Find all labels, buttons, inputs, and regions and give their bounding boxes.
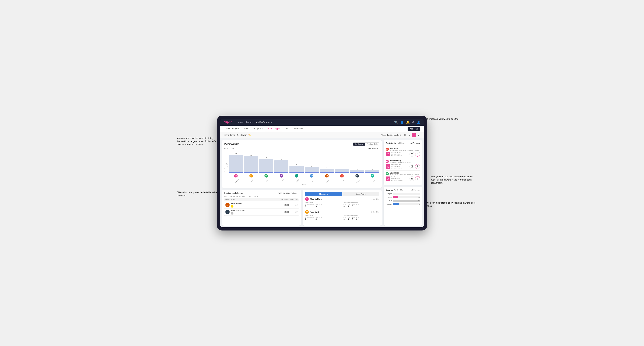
shot-1-chevron[interactable]: ›	[419, 151, 420, 153]
page-wrapper: Choose the timescale you wish to see the…	[217, 116, 427, 230]
annotation-right-middle: Here you can see who's hit the best shot…	[430, 175, 476, 185]
player-avatar-1: RBR. Britt	[244, 174, 258, 180]
score-richard: 19/20	[280, 204, 289, 206]
add-team-button[interactable]: Add Team	[408, 127, 420, 131]
player-name-richard: Richard Butler	[231, 202, 280, 204]
logo: clippd	[224, 121, 232, 124]
bell-icon[interactable]: 🔔	[406, 121, 410, 124]
scoring-bars: Eagles 3 Birdies 96	[386, 193, 420, 205]
grid-view-btn[interactable]: ⊞	[403, 133, 407, 137]
edit-icon[interactable]: ✏️	[248, 134, 251, 136]
all-shots-tab[interactable]: All Shots ▾	[398, 142, 406, 144]
player-2-stats: Total Rounds Tournament 8 Practice	[305, 215, 380, 220]
sub-nav-pgat[interactable]: PGAT Players	[224, 126, 242, 132]
player-avatar-2: DFD. Ford	[259, 174, 273, 180]
birdies-fill	[393, 196, 398, 198]
best-shots-header: Best Shots All Shots ▾ All Players ▾	[386, 142, 420, 144]
list-view-btn[interactable]: ≡	[408, 133, 411, 137]
profile-icon[interactable]: 👤	[417, 121, 420, 124]
shot-3-metrics: 16 yds 0 yds	[410, 176, 420, 181]
avatar-rees: RB	[305, 210, 309, 214]
active-player-1-header: BM Blair McHarg 26 Aug 2023	[305, 197, 380, 201]
active-player-1: BM Blair McHarg 26 Aug 2023 Total Rounds	[305, 197, 380, 209]
sub-nav-team-clippd[interactable]: Team Clippd	[266, 126, 282, 132]
rank-badge-2: 2	[231, 212, 234, 215]
main-content: Player Activity On Course Practice Drill…	[220, 138, 424, 227]
shot-2-chevron[interactable]: ›	[419, 163, 420, 166]
shot-3-avatar: DF	[386, 172, 389, 175]
on-course-btn[interactable]: On Course	[353, 143, 365, 146]
left-panel: Player Activity On Course Practice Drill…	[222, 140, 382, 226]
shot-1-details: 200 SG Shot Dist: 67 yds Start Lie: Roug…	[386, 152, 420, 157]
total-rounds-select[interactable]: Total Rounds ▾	[368, 148, 380, 149]
player-activity-title: Player Activity	[224, 143, 239, 145]
eagles-label: Eagles	[386, 193, 392, 195]
shot-entry-2: BM Blair McHarg 23 Jul 2023 · Ashridge G…	[386, 158, 420, 171]
shot-1-player-name: Matt Miller	[390, 148, 419, 149]
bar-group-5: 4	[305, 166, 319, 173]
activity-tabs: Most Active Least Active	[305, 192, 380, 196]
bar-chart: Total Rounds 15 10 5 0 13121095	[224, 151, 380, 185]
sub-nav-all-players[interactable]: All Players	[291, 126, 306, 132]
scoring-filter-1[interactable]: Par 3, 4 & 5s ▾	[394, 189, 404, 191]
chevron-down-icon: ▾	[419, 189, 420, 191]
active-player-1-name: BM Blair McHarg	[305, 197, 322, 201]
score-edward: 18/20	[280, 211, 289, 213]
shot-3-chevron[interactable]: ›	[419, 175, 420, 178]
player-info-2: Edward Crossman 2	[231, 209, 280, 215]
nav-home[interactable]: Home	[236, 120, 243, 124]
shot-3-badge: 198 SG	[386, 176, 390, 181]
time-period-select[interactable]: Last 3 months ▾	[387, 134, 401, 136]
annotation-left-bottom: Filter what data you wish the table to b…	[177, 191, 217, 197]
most-active-tab[interactable]: Most Active	[305, 192, 342, 196]
plus-circle-icon[interactable]: ⊕	[412, 121, 414, 124]
bars-row: 1312109543322	[229, 151, 380, 173]
card-view-btn[interactable]: ♥	[412, 133, 416, 137]
shot-1-location: 09 Jun 2023 · Royal North Devon GC, Hole…	[390, 149, 419, 151]
show-label: Show:	[381, 134, 386, 136]
table-view-btn[interactable]: ☰	[416, 133, 420, 137]
view-icons: ⊞ ≡ ♥ ☰	[403, 133, 420, 137]
chevron-down-icon: ▾	[298, 192, 298, 194]
tablet-screen: clippd Home Teams My Performance 🔍 👤 🔔 ⊕…	[220, 119, 424, 227]
shot-1-avatar: MM	[386, 148, 389, 151]
nav-my-performance[interactable]: My Performance	[256, 120, 272, 124]
practice-title: Practice Leaderboards	[224, 192, 243, 194]
shot-2-metrics: 43 yds 0 yds	[410, 164, 420, 169]
shot-entry-3-content: DF David Ford 24 Aug 2023 · Royal North …	[386, 172, 420, 181]
most-active-card: Most Active Least Active BM Blair McHarg	[303, 190, 382, 226]
right-panel: Best Shots All Shots ▾ All Players ▾	[384, 140, 422, 226]
annotation-right-bottom: You can also filter to show just one pla…	[427, 201, 476, 208]
practice-drills-btn[interactable]: Practice Drills	[365, 143, 379, 146]
bottom-cards-row: Practice Leaderboards PUTT Must Make Put…	[222, 190, 382, 226]
least-active-tab[interactable]: Least Active	[342, 192, 380, 196]
scoring-title: Scoring	[386, 189, 393, 191]
active-player-2-name: RB Rees Britt	[305, 210, 319, 214]
players-row: BMB. McHargRBR. BrittDFD. FordJCJ. Coles…	[229, 174, 380, 180]
birdies-track: 96	[393, 196, 420, 198]
avg-edward: 107	[289, 211, 298, 213]
shot-3-info: Shot Dist: 16 yds Start Lie: Rough End L…	[391, 176, 408, 181]
player-avatar-7: MMM. Miller	[335, 174, 349, 180]
sub-nav-hcaps[interactable]: Hcaps 1-5	[251, 126, 266, 132]
shot-1-metric-1: 67 yds	[410, 152, 414, 157]
bar-group-9: 2	[365, 169, 380, 173]
shot-3-location: 24 Aug 2023 · Royal North Devon GC, Hole…	[390, 174, 419, 175]
active-player-2: RB Rees Britt 02 Sep 2023 Total Rounds	[305, 210, 380, 222]
best-shots-tab[interactable]: Best Shots	[386, 142, 396, 144]
sub-nav-tour[interactable]: Tour	[282, 126, 291, 132]
sub-nav: PGAT Players PGA Hcaps 1-5 Team Clippd T…	[220, 126, 424, 132]
rank-badge-1: 1	[231, 205, 234, 208]
sub-nav-pga[interactable]: PGA	[242, 126, 251, 132]
shots-tabs: Best Shots All Shots ▾	[386, 142, 409, 144]
all-players-select[interactable]: All Players ▾	[410, 142, 420, 144]
user-icon[interactable]: 👤	[400, 121, 404, 124]
search-icon[interactable]: 🔍	[394, 121, 398, 124]
drill-select[interactable]: PUTT Must Make Putting ... ▾	[278, 192, 298, 194]
nav-teams[interactable]: Teams	[246, 120, 252, 124]
active-player-2-date: 02 Sep 2023	[370, 211, 380, 213]
bar-group-8: 2	[350, 169, 364, 173]
on-course-toggle: On Course Practice Drills	[353, 142, 380, 146]
avatar-richard: RB	[226, 203, 230, 207]
scoring-filter-2[interactable]: All Players ▾	[411, 189, 420, 191]
